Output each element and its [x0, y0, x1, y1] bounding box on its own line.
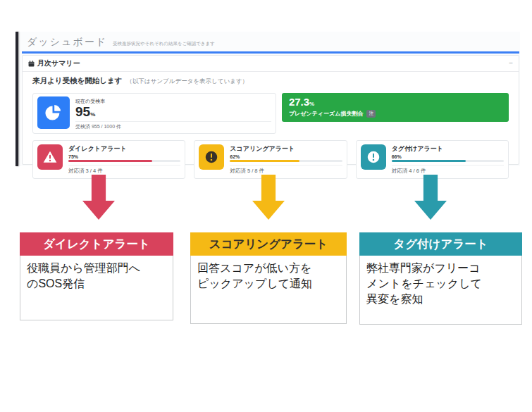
alert-content: ダイレクトアラート 75% 対応済 3 / 4 件 — [68, 144, 180, 175]
alert-card-scoring[interactable]: スコアリングアラート 62% 対応済 5 / 8 件 — [194, 140, 347, 179]
panel-title: 月次サマリー — [37, 58, 80, 68]
flow-box-description: 回答スコアが低い方をピックアップして通知 — [197, 261, 317, 292]
rate-number: 95 — [75, 104, 90, 119]
rate-value: 95% — [75, 105, 271, 119]
flow-box-description: 役職員から管理部門へのSOS発信 — [27, 261, 147, 292]
alert-content: タグ付けアラート 66% 対応済 4 / 6 件 — [392, 144, 504, 175]
intro-text: 来月より受検を開始します — [32, 76, 122, 86]
alert-title: スコアリングアラート — [230, 144, 342, 154]
alert-footer: 対応済 3 / 4 件 — [68, 165, 180, 175]
alert-row: ダイレクトアラート 75% 対応済 3 / 4 件 — [32, 140, 509, 179]
alert-progress-track — [68, 160, 180, 162]
alert-progress-track — [230, 160, 342, 162]
dashboard-screenshot: ダッシュボード 受検進捗状況やそれぞれの結果をご確認できます 月次サマリー − … — [16, 32, 520, 166]
presenteeism-unit: % — [309, 101, 314, 107]
rate-label: 現在の受検率 — [75, 98, 271, 105]
circle-exclamation-icon — [361, 144, 386, 170]
alert-progress-fill — [68, 160, 152, 162]
note-badge[interactable]: 注 — [366, 110, 376, 118]
monthly-summary-panel: 月次サマリー − 来月より受検を開始します （以下はサンプルデータを表示していま… — [22, 55, 519, 165]
page: ダッシュボード 受検進捗状況やそれぞれの結果をご確認できます 月次サマリー − … — [0, 0, 532, 412]
presenteeism-label-row: プレゼンティーズム損失割合 注 — [289, 110, 502, 118]
alert-title: ダイレクトアラート — [68, 144, 180, 154]
circle-exclamation-glyph — [366, 149, 381, 165]
triangle-exclamation-glyph — [42, 149, 58, 165]
alert-progress-fill — [230, 160, 299, 162]
pie-chart-icon — [37, 96, 70, 129]
summary-row: 現在の受検率 95% 受検済 955 / 1000 件 27.3% プレゼンティ… — [32, 93, 509, 134]
alert-content: スコアリングアラート 62% 対応済 5 / 8 件 — [230, 144, 342, 175]
collapse-button[interactable]: − — [509, 61, 513, 66]
presenteeism-value: 27.3% — [289, 96, 502, 108]
rate-unit: % — [90, 111, 95, 118]
dashboard-titlebar: ダッシュボード 受検進捗状況やそれぞれの結果をご確認できます — [27, 36, 215, 49]
flow-box-description: 弊社専門家がフリーコメントをチェックして異変を察知 — [366, 261, 486, 307]
triangle-exclamation-icon — [37, 144, 63, 170]
presenteeism-number: 27.3 — [289, 96, 309, 108]
intro-row: 来月より受検を開始します （以下はサンプルデータを表示しています） — [32, 76, 509, 86]
alert-percent: 66% — [392, 154, 504, 159]
circle-exclamation-icon — [199, 144, 224, 170]
pie-chart-glyph — [45, 104, 62, 121]
alert-percent: 75% — [68, 154, 180, 159]
flow-box-title: スコアリングアラート — [190, 232, 347, 256]
dashboard-title: ダッシュボード — [27, 36, 107, 49]
flow-box-direct: ダイレクトアラート 役職員から管理部門へのSOS発信 — [20, 232, 173, 320]
intro-note: （以下はサンプルデータを表示しています） — [126, 77, 248, 86]
alert-progress-fill — [392, 160, 466, 162]
alert-footer: 対応済 4 / 6 件 — [392, 165, 504, 175]
flow-box-body: 役職員から管理部門へのSOS発信 — [20, 256, 173, 320]
alert-percent: 62% — [230, 154, 342, 159]
flow-box-tagging: タグ付けアラート 弊社専門家がフリーコメントをチェックして異変を察知 — [359, 232, 522, 325]
presenteeism-label: プレゼンティーズム損失割合 — [289, 110, 364, 118]
flow-box-title: ダイレクトアラート — [20, 232, 173, 256]
sidebar-sliver — [16, 32, 18, 166]
dashboard-subtitle: 受検進捗状況やそれぞれの結果をご確認できます — [113, 41, 215, 47]
alert-footer: 対応済 5 / 8 件 — [230, 165, 342, 175]
rate-footer: 受検済 955 / 1000 件 — [75, 121, 271, 130]
flow-box-title: タグ付けアラート — [359, 232, 522, 256]
participation-rate-card: 現在の受検率 95% 受検済 955 / 1000 件 — [32, 93, 276, 134]
alert-title: タグ付けアラート — [392, 144, 504, 154]
flow-box-body: 弊社専門家がフリーコメントをチェックして異変を察知 — [359, 256, 522, 325]
alert-card-tagging[interactable]: タグ付けアラート 66% 対応済 4 / 6 件 — [356, 140, 509, 179]
monthly-summary-header: 月次サマリー − — [23, 56, 519, 72]
presenteeism-card: 27.3% プレゼンティーズム損失割合 注 — [282, 93, 509, 122]
alert-progress-track — [392, 160, 504, 162]
alert-card-direct[interactable]: ダイレクトアラート 75% 対応済 3 / 4 件 — [32, 140, 185, 179]
panel-body: 来月より受検を開始します （以下はサンプルデータを表示しています） 現在の受検率 — [23, 72, 519, 183]
accent-divider — [22, 51, 519, 54]
flow-box-body: 回答スコアが低い方をピックアップして通知 — [190, 256, 347, 324]
circle-exclamation-glyph — [204, 149, 219, 165]
rate-content: 現在の受検率 95% 受検済 955 / 1000 件 — [75, 96, 271, 130]
flow-box-scoring: スコアリングアラート 回答スコアが低い方をピックアップして通知 — [190, 232, 347, 324]
calendar-icon — [28, 61, 35, 67]
